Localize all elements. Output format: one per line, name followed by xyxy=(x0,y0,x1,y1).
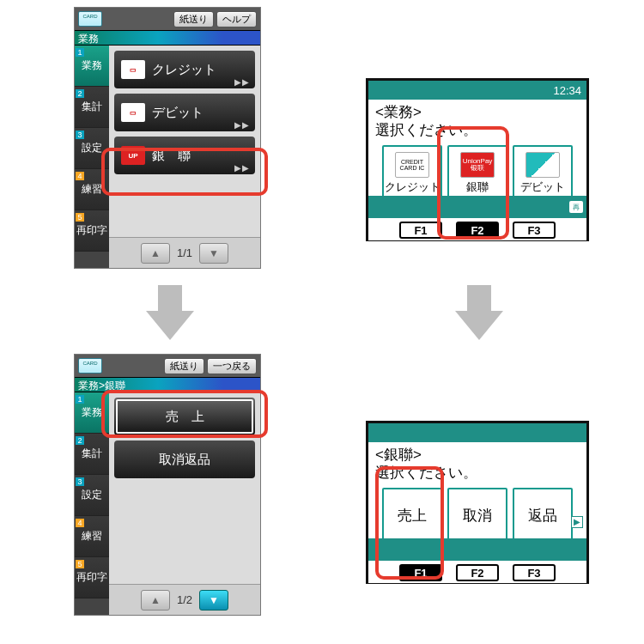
debit-card-icon xyxy=(526,152,560,178)
option-credit[interactable]: CREDIT CARD IC クレジット xyxy=(382,145,442,202)
breadcrumb: 業務>銀聯 xyxy=(75,377,260,392)
more-indicator-icon: ▶▶ xyxy=(234,120,250,130)
side-tab-saiinji[interactable]: 5再印字 xyxy=(75,210,109,252)
menu-item-unionpay[interactable]: UP 銀 聯 ▶▶ xyxy=(114,137,255,174)
side-tab-label: 集計 xyxy=(82,100,102,114)
unionpay-icon: UP xyxy=(121,146,145,165)
fkey-f2[interactable]: F2 xyxy=(456,564,499,581)
fkey-f1[interactable]: F1 xyxy=(399,222,442,239)
page-next-button[interactable]: ▼ xyxy=(199,243,228,264)
left-terminal-step2: CARD 紙送り 一つ戻る 業務>銀聯 1業務 2集計 3設定 4練習 5再印字… xyxy=(74,354,261,616)
fkey-row: F1 F2 F3 xyxy=(368,218,586,240)
menu-item-torikeshi[interactable]: 取消返品 xyxy=(114,440,255,478)
card-badge-icon: CARD xyxy=(78,358,102,374)
paper-feed-button[interactable]: 紙送り xyxy=(173,11,214,27)
side-tab-label: 設定 xyxy=(82,141,102,155)
side-tab-label: 業務 xyxy=(82,405,102,420)
debit-card-icon: ▭ xyxy=(121,103,145,122)
screen-title: <業務> 選択ください。 xyxy=(375,103,580,140)
fkey-f1[interactable]: F1 xyxy=(399,564,442,581)
status-bar: 12:34 xyxy=(368,81,586,100)
side-tab-label: 業務 xyxy=(82,58,102,73)
breadcrumb: 業務 xyxy=(75,30,260,46)
side-tab-label: 再印字 xyxy=(76,570,107,585)
side-tab-settei[interactable]: 3設定 xyxy=(75,475,109,516)
option-label: デビット xyxy=(520,179,565,195)
toolbar: CARD 紙送り ヘルプ xyxy=(75,8,260,30)
side-tab-label: 再印字 xyxy=(76,223,107,238)
option-label: クレジット xyxy=(385,179,440,195)
fkey-f3[interactable]: F3 xyxy=(513,222,556,239)
pager: ▲ 1/2 ▼ xyxy=(109,584,260,615)
step-arrow-icon xyxy=(146,285,194,340)
reprint-chip[interactable]: 再 xyxy=(569,201,583,213)
page-prev-button[interactable]: ▲ xyxy=(141,243,170,264)
side-tab-shuukei[interactable]: 2集計 xyxy=(75,87,109,128)
menu-item-label: デビット xyxy=(152,105,204,121)
side-tab-settei[interactable]: 3設定 xyxy=(75,128,109,169)
status-bar xyxy=(368,423,586,442)
paper-feed-button[interactable]: 紙送り xyxy=(164,358,204,374)
pager: ▲ 1/1 ▼ xyxy=(109,237,260,268)
menu-item-label: 売 上 xyxy=(166,409,204,425)
option-henpin[interactable]: 返品 xyxy=(513,488,573,544)
footer-bar: ▶ xyxy=(368,538,586,561)
screen-title: <銀聯> 選択ください。 xyxy=(375,446,580,483)
side-tab-shuukei[interactable]: 2集計 xyxy=(75,434,109,475)
side-tab-renshuu[interactable]: 4練習 xyxy=(75,516,109,557)
toolbar: CARD 紙送り 一つ戻る xyxy=(75,355,260,377)
help-button[interactable]: ヘルプ xyxy=(216,11,257,27)
menu-item-label: クレジット xyxy=(152,62,216,78)
option-label: 取消 xyxy=(463,506,492,526)
option-unionpay[interactable]: UnionPay 银联 銀聯 xyxy=(447,145,507,202)
option-uriage[interactable]: 売上 xyxy=(382,488,442,544)
side-tab-label: 集計 xyxy=(82,447,102,461)
page-indicator: 1/1 xyxy=(177,246,192,259)
page-prev-button[interactable]: ▲ xyxy=(141,590,170,611)
side-tab-gyoumu[interactable]: 1業務 xyxy=(75,46,109,87)
side-tab-label: 設定 xyxy=(82,488,102,502)
side-tab-renshuu[interactable]: 4練習 xyxy=(75,169,109,210)
fkey-row: F1 F2 F3 xyxy=(368,561,586,583)
clock: 12:34 xyxy=(553,84,581,97)
fkey-f2[interactable]: F2 xyxy=(456,222,499,239)
right-terminal-step1: 12:34 <業務> 選択ください。 CREDIT CARD IC クレジット … xyxy=(366,78,589,241)
scroll-right-icon[interactable]: ▶ xyxy=(571,516,583,528)
page-next-button[interactable]: ▼ xyxy=(199,590,228,611)
step-arrow-icon xyxy=(455,285,503,340)
side-tab-label: 練習 xyxy=(82,529,102,544)
back-button[interactable]: 一つ戻る xyxy=(207,358,257,374)
right-terminal-step2: <銀聯> 選択ください。 売上 取消 返品 ▶ F1 F2 F3 xyxy=(366,421,589,584)
footer-bar: 再 xyxy=(368,196,586,218)
side-tab-strip: 1業務 2集計 3設定 4練習 5再印字 xyxy=(75,392,109,615)
side-tab-label: 練習 xyxy=(82,182,102,197)
more-indicator-icon: ▶▶ xyxy=(234,77,250,87)
option-label: 返品 xyxy=(528,506,557,526)
more-indicator-icon: ▶▶ xyxy=(234,163,250,173)
option-label: 売上 xyxy=(398,506,427,526)
credit-card-icon: CREDIT CARD IC xyxy=(395,152,429,178)
side-tab-gyoumu[interactable]: 1業務 xyxy=(75,392,109,434)
menu-item-label: 取消返品 xyxy=(159,452,210,468)
menu-item-credit[interactable]: ▭ クレジット ▶▶ xyxy=(114,51,255,88)
page-indicator: 1/2 xyxy=(177,593,192,606)
option-debit[interactable]: デビット xyxy=(513,145,573,202)
menu-item-debit[interactable]: ▭ デビット ▶▶ xyxy=(114,94,255,131)
side-tab-strip: 1業務 2集計 3設定 4練習 5再印字 xyxy=(75,46,109,268)
left-terminal-step1: CARD 紙送り ヘルプ 業務 1業務 2集計 3設定 4練習 5再印字 ▭ ク… xyxy=(74,7,261,269)
side-tab-saiinji[interactable]: 5再印字 xyxy=(75,557,109,598)
card-badge-icon: CARD xyxy=(78,11,102,27)
credit-card-icon: ▭ xyxy=(121,60,145,79)
unionpay-icon: UnionPay 银联 xyxy=(460,152,495,178)
option-label: 銀聯 xyxy=(466,179,489,195)
fkey-f3[interactable]: F3 xyxy=(513,564,556,581)
menu-item-label: 銀 聯 xyxy=(152,148,191,164)
menu-item-uriage[interactable]: 売 上 xyxy=(114,398,255,435)
option-torikeshi[interactable]: 取消 xyxy=(447,488,507,544)
